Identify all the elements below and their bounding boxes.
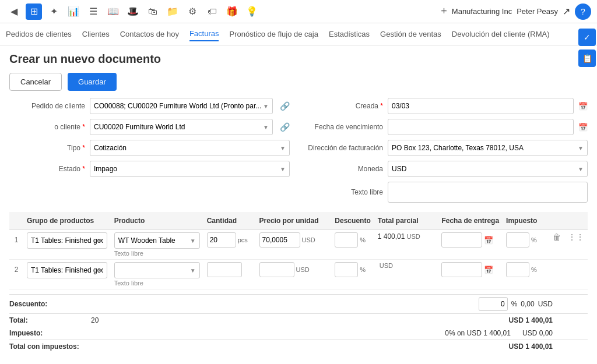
estado-select[interactable]: Impago ▼	[90, 161, 290, 177]
row1-delete-icon[interactable]: 🗑	[553, 232, 561, 242]
row2-cantidad-input[interactable]	[207, 262, 242, 277]
row2-precio-input[interactable]	[259, 262, 294, 277]
row1-cantidad-cell: pcs	[203, 230, 256, 260]
row1-grupo-select[interactable]: T1 Tables: Finished goods ▼	[27, 232, 107, 249]
texto-libre-text-input[interactable]	[392, 188, 584, 196]
row2-precio-group: USD	[259, 262, 328, 277]
descuento-value-group: % 0,00 USD	[479, 297, 553, 311]
pedido-label: Pedido de cliente	[9, 102, 85, 110]
nav-shop-icon[interactable]: 🛍	[145, 3, 161, 20]
pedido-select-input[interactable]: CO00088; CU00020 Furniture World Ltd (Pr…	[94, 102, 269, 110]
row1-precio-input[interactable]	[259, 232, 300, 248]
menu-clientes[interactable]: Clientes	[82, 27, 110, 41]
nav-chart-icon[interactable]: 📊	[65, 3, 82, 20]
direccion-select-input[interactable]: PO Box 123, Charlotte, Texas 78012, USA	[392, 144, 584, 152]
pedido-select[interactable]: CO00088; CU00020 Furniture World Ltd (Pr…	[90, 98, 273, 114]
row2-impuesto-cell: %	[503, 260, 549, 289]
nav-gift-icon[interactable]: 🎁	[224, 3, 240, 20]
row2-precio-moneda: USD	[296, 266, 310, 273]
nav-list-icon[interactable]: ☰	[85, 3, 101, 20]
row1-impuesto-pct: %	[531, 236, 537, 243]
menu-estadisticas[interactable]: Estadísticas	[329, 27, 370, 41]
tipo-select-input[interactable]: Cotización	[94, 144, 286, 152]
row1-producto-select[interactable]: WT Wooden Table ▼	[114, 232, 200, 249]
side-check-button[interactable]: ✓	[578, 29, 596, 46]
row2-grupo-select[interactable]: T1 Tables: Finished goods ▼	[27, 262, 107, 278]
nav-sun-icon[interactable]: ✦	[45, 3, 62, 20]
menu-contactos[interactable]: Contactos de hoy	[120, 27, 179, 41]
pedido-row: Pedido de cliente CO00088; CU00020 Furni…	[9, 98, 290, 114]
nav-folder-icon[interactable]: 📁	[164, 3, 181, 20]
menu-pronostico[interactable]: Pronóstico de flujo de caja	[229, 27, 318, 41]
col-num	[9, 212, 23, 230]
row1-producto-select-input[interactable]: WT Wooden Table	[118, 236, 196, 245]
logout-icon[interactable]: ↗	[563, 6, 570, 17]
moneda-row: Moneda USD ▼	[307, 161, 588, 177]
row1-grupo-select-input[interactable]: T1 Tables: Finished goods	[31, 236, 103, 245]
row1-fecha-input[interactable]	[441, 232, 482, 248]
row1-impuesto-input[interactable]	[506, 232, 529, 248]
moneda-select[interactable]: USD ▼	[388, 161, 588, 177]
cliente-select-input[interactable]: CU00020 Furniture World Ltd	[94, 123, 269, 131]
row1-grupo-cell: T1 Tables: Finished goods ▼	[23, 230, 111, 260]
row2-producto-select[interactable]: ▼	[114, 262, 200, 278]
pedido-link-icon[interactable]: 🔗	[280, 101, 290, 111]
cliente-link-icon[interactable]: 🔗	[280, 122, 290, 132]
row2-fecha-input[interactable]	[441, 262, 482, 277]
menu-gestion[interactable]: Gestión de ventas	[380, 27, 441, 41]
nav-settings-icon[interactable]: ⚙	[184, 3, 201, 20]
creada-text-input[interactable]	[392, 102, 570, 110]
menu-bar: Pedidos de clientes Clientes Contactos d…	[0, 23, 597, 45]
menu-facturas[interactable]: Facturas	[189, 27, 219, 41]
menu-devolucion[interactable]: Devolución del cliente (RMA)	[452, 27, 550, 41]
vencimiento-input[interactable]	[388, 119, 574, 135]
creada-input[interactable]	[388, 98, 574, 114]
total-impuestos-row: Total con impuestos: USD 1 400,01	[9, 340, 588, 353]
row1-calendar-icon[interactable]: 📅	[484, 236, 493, 245]
row2-grupo-select-input[interactable]: T1 Tables: Finished goods	[31, 266, 103, 274]
descuento-pct-label: %	[511, 300, 518, 308]
impuesto-summary-row: Impuesto: 0% on USD 1 400,01 USD 0,00	[9, 327, 588, 340]
texto-libre-row: Texto libre	[307, 182, 588, 203]
nav-bulb-icon[interactable]: 💡	[244, 3, 260, 20]
row1-impuesto-group: %	[506, 232, 546, 248]
save-button[interactable]: Guardar	[68, 73, 117, 91]
row2-impuesto-input[interactable]	[506, 262, 529, 277]
col-cantidad: Cantidad	[203, 212, 256, 230]
tipo-select[interactable]: Cotización ▼	[90, 140, 290, 156]
row1-descuento-input[interactable]	[335, 232, 358, 248]
cliente-row: o cliente CU00020 Furniture World Ltd ▼ …	[9, 119, 290, 135]
table-section: Grupo de productos Producto Cantidad Pre…	[0, 212, 597, 289]
row1-descuento-cell: %	[331, 230, 374, 260]
estado-select-input[interactable]: Impago	[94, 165, 286, 173]
add-button[interactable]: +	[441, 5, 447, 17]
total-qty: 20	[79, 316, 278, 324]
side-clipboard-button[interactable]: 📋	[578, 50, 596, 67]
cancel-button[interactable]: Cancelar	[9, 73, 62, 91]
row2-calendar-icon[interactable]: 📅	[484, 266, 493, 274]
row2-producto-select-input[interactable]	[118, 266, 196, 274]
nav-tag-icon[interactable]: 🏷	[204, 3, 220, 20]
descuento-value-input[interactable]	[479, 297, 508, 311]
creada-row: Creada 📅	[307, 98, 588, 114]
nav-back-icon[interactable]: ◀	[6, 3, 22, 20]
row1-descuento-pct: %	[360, 236, 366, 243]
menu-pedidos[interactable]: Pedidos de clientes	[6, 27, 72, 41]
texto-libre-input[interactable]	[388, 182, 588, 203]
total-imp-amount: USD 1 400,01	[509, 342, 553, 351]
cliente-select[interactable]: CU00020 Furniture World Ltd ▼	[90, 119, 273, 135]
row2-descuento-input[interactable]	[335, 262, 358, 277]
nav-hat-icon[interactable]: 🎩	[125, 3, 141, 20]
col-producto: Producto	[111, 212, 203, 230]
top-bar-right: + Manufacturing Inc Peter Peasy ↗ ?	[441, 3, 591, 20]
row1-cantidad-input[interactable]	[207, 232, 236, 248]
descuento-currency: USD	[538, 300, 553, 308]
vencimiento-text-input[interactable]	[392, 123, 570, 131]
direccion-select[interactable]: PO Box 123, Charlotte, Texas 78012, USA …	[388, 140, 588, 156]
nav-home-icon[interactable]: ⊞	[26, 3, 42, 20]
nav-book-icon[interactable]: 📖	[105, 3, 121, 20]
row2-descuento-cell: %	[331, 260, 374, 289]
row2-producto-cell: ▼ Texto libre	[111, 260, 203, 289]
table-row: 2 T1 Tables: Finished goods ▼ ▼	[9, 260, 588, 289]
moneda-select-input[interactable]: USD	[392, 165, 584, 173]
